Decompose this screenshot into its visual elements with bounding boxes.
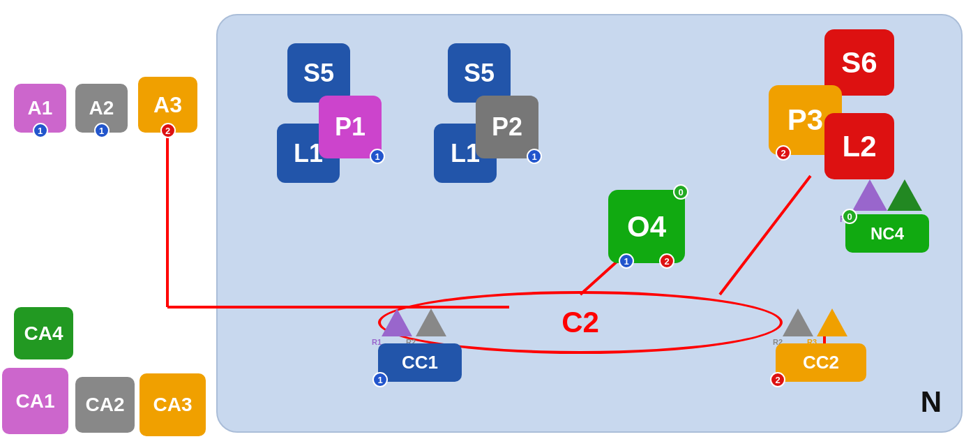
- nc4-box: 0 NC4: [845, 214, 929, 253]
- cc1-badge-1: 1: [372, 372, 388, 387]
- a2-node: A2 1: [75, 84, 128, 133]
- cc1-group: R1 R2 1 CC1: [378, 343, 462, 382]
- nc4-badge-zero: 0: [842, 209, 857, 224]
- a3-badge: 2: [160, 123, 176, 138]
- p3-badge-2: 2: [776, 145, 791, 161]
- network-container: S5 L1 P1 1 S5 L1 P2 1 O4 0 1 2 S6 P3 2 L…: [216, 14, 963, 433]
- a3-node: A3 2: [138, 77, 197, 133]
- cc1-triangle-r1: R1: [382, 309, 412, 336]
- p2-badge: 1: [527, 149, 542, 164]
- cc1-box: 1 CC1: [378, 343, 462, 382]
- p1-badge: 1: [370, 149, 385, 164]
- p1-node: P1 1: [319, 96, 382, 158]
- nc4-triangle-r4: R4: [887, 179, 922, 211]
- ca1-node: CA1: [2, 368, 68, 434]
- p2-node: P2 1: [476, 96, 538, 158]
- cc2-group: R2 R3 2 CC2: [776, 343, 866, 382]
- nc4-triangle-r1: R1: [852, 179, 887, 211]
- cc1-triangles: R1 R2: [382, 309, 446, 336]
- a1-node: A1 1: [14, 84, 66, 133]
- cc1-triangle-r2: R2: [416, 309, 446, 336]
- a1-badge: 1: [33, 123, 48, 138]
- cc2-badge-2: 2: [770, 372, 785, 387]
- s5-left-node: S5: [287, 43, 350, 103]
- o4-badge-zero: 0: [673, 184, 688, 200]
- l2-node: L2: [824, 113, 894, 179]
- ca3-node: CA3: [140, 373, 206, 436]
- s5-right-node: S5: [448, 43, 511, 103]
- cc2-triangle-r2: R2: [783, 309, 813, 336]
- cc2-triangles: R2 R3: [783, 309, 847, 336]
- n-label: N: [921, 385, 942, 419]
- ca4-node: CA4: [14, 307, 73, 359]
- o4-badge-1: 1: [619, 253, 634, 269]
- a2-badge: 1: [94, 123, 110, 138]
- o4-node: O4 0 1 2: [608, 190, 685, 263]
- nc4-group: R1 R4 0 NC4: [852, 179, 936, 218]
- svg-line-1: [720, 176, 811, 295]
- cc2-triangle-r3: R3: [817, 309, 847, 336]
- cc2-box: 2 CC2: [776, 343, 866, 382]
- o4-badge-2: 2: [659, 253, 674, 269]
- ca2-node: CA2: [75, 377, 135, 433]
